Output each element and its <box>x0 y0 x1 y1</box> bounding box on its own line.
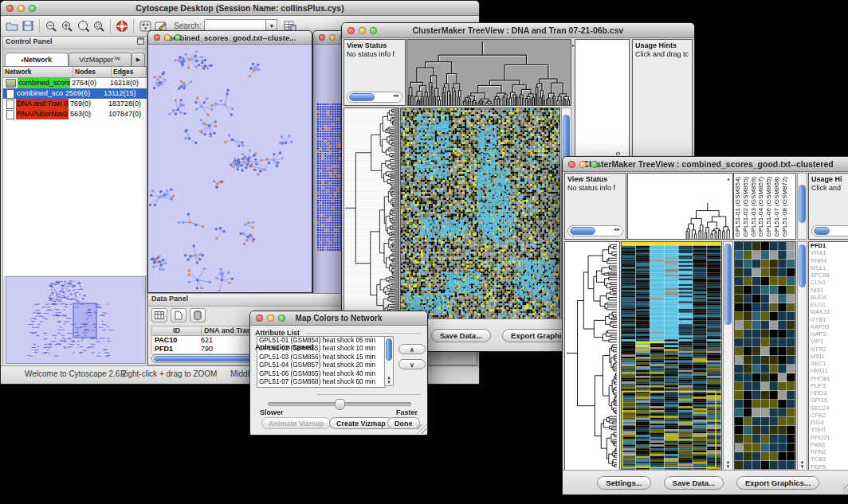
splitter-arrow-icon[interactable]: ▸ <box>728 176 730 182</box>
tree-col-label[interactable]: GPL51-06 (GSM865) <box>766 177 773 237</box>
tv2-row-dendrogram-canvas[interactable] <box>565 242 619 470</box>
tv1-column-dendrogram[interactable] <box>406 39 571 106</box>
minimize-button[interactable] <box>18 5 25 12</box>
tree-col-label[interactable]: GPL51-02 (GSM855) <box>743 177 750 237</box>
attribute-select-icon[interactable] <box>151 308 167 322</box>
close-button[interactable] <box>256 315 263 322</box>
tv1-row-dendrogram-canvas[interactable] <box>344 108 398 318</box>
treeview2-titlebar[interactable]: ClusterMaker TreeView : combined_scores_… <box>563 157 848 172</box>
minimize-button[interactable] <box>164 34 171 41</box>
network-tree-row[interactable]: combined_scores2764(0)16218(0) <box>3 78 147 88</box>
zoom-button[interactable] <box>370 27 377 34</box>
close-button[interactable] <box>319 34 325 41</box>
tv2-heatmap-vscrollbar[interactable]: ▲▼ <box>723 241 733 471</box>
zoom-button[interactable] <box>278 315 285 322</box>
gene-label[interactable]: FIG4 <box>811 419 848 426</box>
gene-label[interactable]: HAP3 <box>811 330 848 338</box>
gene-label[interactable]: GTB1 <box>811 316 848 323</box>
gene-label[interactable]: GPI16 <box>811 397 848 404</box>
tree-col-label[interactable]: GPL51-07 (GSM868) <box>774 177 781 237</box>
animate-vizmap-button[interactable]: Animate Vizmap <box>261 417 331 429</box>
column-header-network[interactable]: Network <box>3 67 73 77</box>
gene-label[interactable]: HRD3 <box>811 389 848 397</box>
help-icon[interactable] <box>114 18 130 34</box>
export-graphics-button[interactable]: Export Graphics... <box>736 476 819 490</box>
move-down-button[interactable]: ∨ <box>398 359 426 369</box>
float-panel-icon[interactable] <box>137 37 144 48</box>
tab-vizmapper[interactable]: VizMapper™ <box>69 53 132 66</box>
gene-label[interactable]: PAN1 <box>811 441 848 448</box>
minimize-button[interactable] <box>329 34 336 41</box>
gene-label[interactable]: MSL1 <box>811 264 848 272</box>
network-tree-row[interactable]: DNA and Tran 07769(0)183728(0) <box>3 99 147 109</box>
zoom-in-icon[interactable] <box>59 18 75 34</box>
gene-label[interactable]: SEC24 <box>811 404 848 412</box>
tv1-row-dendrogram[interactable] <box>344 107 399 319</box>
close-button[interactable] <box>6 5 14 12</box>
tv1-heatmap-panel[interactable] <box>400 107 560 319</box>
gene-label[interactable]: SEC1 <box>811 360 848 367</box>
column-header-edges[interactable]: Edges <box>112 67 147 77</box>
settings-button[interactable]: Settings... <box>597 476 650 490</box>
resize-grip[interactable] <box>843 484 848 494</box>
gene-label[interactable]: RNR4 <box>811 257 848 264</box>
gene-label[interactable]: MSI1 <box>811 353 848 360</box>
overview-canvas[interactable] <box>6 277 143 361</box>
tv1-heatmap-canvas[interactable] <box>401 108 559 318</box>
animation-speed-slider[interactable] <box>268 402 411 406</box>
tab-network[interactable]: 🞄Network <box>5 53 69 66</box>
tv2-heatmap-panel[interactable] <box>621 241 722 471</box>
open-file-icon[interactable] <box>4 18 20 34</box>
network-overview-panel[interactable] <box>6 276 146 364</box>
slider-thumb[interactable] <box>335 399 345 410</box>
network-view-titlebar[interactable]: combined_scores_good.txt--cluste... <box>148 31 312 45</box>
create-vizmap-button[interactable]: Create Vizmap <box>329 417 393 429</box>
network-tree-row[interactable]: combined_sco2569(6)13112(15) <box>3 88 147 99</box>
main-titlebar[interactable]: Cytoscape Desktop (Session Name: collins… <box>1 1 479 16</box>
new-attribute-icon[interactable] <box>171 308 186 322</box>
zoom-selected-icon[interactable] <box>75 18 91 34</box>
gene-label[interactable]: RPO21 <box>811 434 848 441</box>
minimize-button[interactable] <box>267 315 274 322</box>
zoom-fit-icon[interactable] <box>91 18 107 34</box>
close-button[interactable] <box>347 27 355 34</box>
gene-label[interactable]: BUD4 <box>811 294 848 301</box>
minimize-button[interactable] <box>579 161 587 168</box>
zoom-out-icon[interactable] <box>43 18 59 34</box>
id-column-header[interactable]: ID <box>152 326 202 335</box>
tv2-col-dendrogram-canvas[interactable] <box>628 174 732 239</box>
view-status-hscrollbar[interactable]: ◂▸ <box>567 225 623 236</box>
network-canvas[interactable] <box>148 45 310 291</box>
attribute-item[interactable]: GPL51-06 (GSM865) heat shock 40 min <box>259 370 385 378</box>
gene-label[interactable]: VIP1 <box>811 338 848 345</box>
zoom-button[interactable] <box>175 34 181 41</box>
tv2-row-dendrogram[interactable] <box>564 241 620 471</box>
gene-label[interactable]: CPA2 <box>811 412 848 419</box>
close-button[interactable] <box>568 161 575 168</box>
gene-label[interactable]: RPN1 <box>811 448 848 455</box>
gene-label[interactable]: SPC98 <box>811 272 848 279</box>
treeview1-titlebar[interactable]: ClusterMaker TreeView : DNA and Tran 07-… <box>342 23 694 38</box>
usage-hints-hscrollbar[interactable] <box>811 225 848 236</box>
save-data-button[interactable]: Save Data... <box>664 476 724 490</box>
zoom-button[interactable] <box>29 5 36 12</box>
tv2-labels-vscrollbar[interactable] <box>797 173 807 240</box>
tv2-zoom-heatmap-panel[interactable] <box>734 241 796 471</box>
save-icon[interactable] <box>20 18 36 34</box>
resize-grip[interactable] <box>417 424 426 434</box>
dialog-titlebar[interactable]: Map Colors to Network <box>250 311 427 326</box>
save-data-button[interactable]: Save Data... <box>431 329 491 342</box>
tv2-zoom-heatmap-canvas[interactable] <box>735 242 795 470</box>
gene-label[interactable]: YSH1 <box>811 426 848 433</box>
gene-label[interactable]: PHO81 <box>811 375 848 382</box>
gene-label[interactable]: TCB3 <box>811 455 848 463</box>
attribute-item[interactable]: GPL51-03 (GSM856) heat shock 15 min <box>259 354 385 361</box>
tv2-heatmap-canvas[interactable] <box>622 242 721 470</box>
column-header-nodes[interactable]: Nodes <box>73 67 112 77</box>
done-button[interactable]: Done <box>387 417 420 429</box>
attribute-item[interactable]: GPL51-07 (GSM868) heat shock 60 min <box>259 378 385 386</box>
attribute-item[interactable]: GPL51-04 (GSM857) heat shock 20 min <box>259 361 385 369</box>
delete-attribute-icon[interactable] <box>190 308 206 322</box>
gene-label[interactable]: HMG1 <box>811 367 848 374</box>
tree-col-label[interactable]: GPL51-08 (GSM872) <box>782 177 789 237</box>
